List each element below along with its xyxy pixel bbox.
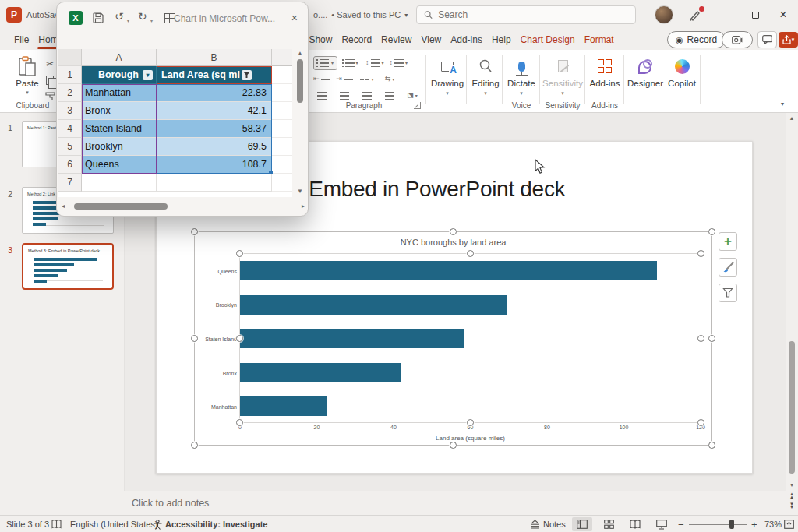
cell-a5[interactable]: Brooklyn — [82, 138, 157, 156]
selection-handle[interactable] — [697, 250, 704, 257]
powerpoint-logo-icon[interactable]: P — [6, 7, 22, 23]
text-direction-button[interactable]: ⇆▾ — [381, 72, 398, 86]
normal-view-button[interactable] — [572, 517, 592, 531]
chart-plot[interactable]: QueensBrooklynStaten IslandBronxManhatta… — [239, 253, 701, 423]
cell-b5[interactable]: 69.5 — [157, 138, 272, 156]
columns-button[interactable]: ▾ — [358, 72, 376, 86]
tab-record[interactable]: Record — [341, 34, 372, 45]
selection-handle[interactable] — [697, 419, 704, 426]
scroll-up-button[interactable]: ▲ — [787, 115, 796, 121]
tab-review[interactable]: Review — [381, 34, 411, 45]
filter-dropdown-icon[interactable]: ▾ — [143, 70, 153, 80]
slide-indicator[interactable]: Slide 3 of 3 — [6, 516, 49, 532]
editing-button[interactable]: Editing ▾ — [468, 56, 503, 97]
cell-a2[interactable]: Manhattan — [82, 84, 157, 102]
paragraph-dialog-launcher-icon[interactable] — [414, 102, 421, 109]
collapse-ribbon-chevron-icon[interactable]: ▾ — [781, 100, 784, 107]
proofing-icon[interactable] — [51, 516, 62, 532]
excel-chart-data-window[interactable]: X ↺ ▾ ↻ ▾ Chart in Microsoft Pow... × A … — [56, 2, 309, 217]
copilot-button[interactable]: Copilot — [665, 56, 699, 88]
excel-vertical-scrollbar[interactable]: ▲ ▼ — [292, 49, 308, 197]
cell-b1[interactable]: Land Area (sq mi — [157, 66, 272, 84]
copy-button[interactable] — [44, 74, 56, 86]
document-title[interactable]: o.... • Saved to this PC ▾ — [313, 10, 408, 19]
chart-frame-handle[interactable] — [708, 442, 715, 449]
cell-a3[interactable]: Bronx — [82, 102, 157, 120]
selection-handle[interactable] — [697, 335, 704, 342]
chart-frame-handle[interactable] — [708, 228, 715, 235]
row-number[interactable]: 1 — [58, 66, 82, 84]
cameo-camera-button[interactable] — [722, 31, 753, 48]
chevron-down-icon[interactable]: ▾ — [127, 18, 129, 23]
chart-elements-button[interactable]: + — [719, 232, 737, 251]
reading-view-button[interactable] — [625, 517, 645, 531]
cell-a6[interactable]: Queens — [82, 156, 157, 174]
language-status[interactable]: English (United States) — [70, 516, 158, 532]
selection-handle[interactable] — [236, 419, 243, 426]
presenter-pen-icon[interactable] — [689, 9, 703, 23]
align-left-button[interactable] — [313, 89, 330, 103]
bar[interactable] — [240, 396, 327, 416]
chart-frame-handle[interactable] — [450, 228, 457, 235]
restore-button[interactable] — [742, 0, 768, 30]
row-number[interactable]: 2 — [58, 84, 82, 102]
tab-add-ins[interactable]: Add-ins — [450, 34, 482, 45]
dictate-button[interactable]: Dictate ▾ — [503, 56, 539, 97]
drawing-button[interactable]: A Drawing ▾ — [427, 56, 468, 97]
search-input[interactable] — [438, 9, 628, 20]
justify-button[interactable] — [381, 89, 398, 103]
chart-title[interactable]: NYC boroughs by land area — [195, 238, 711, 247]
align-center-button[interactable] — [336, 89, 353, 103]
line-spacing-button[interactable]: ↕▾ — [365, 56, 384, 70]
previous-slide-button[interactable]: ▲▲ — [789, 492, 794, 499]
cell-b6[interactable]: 108.7 — [157, 156, 272, 174]
chart-filters-button[interactable] — [719, 284, 737, 302]
next-slide-button[interactable]: ▼▼ — [789, 502, 794, 509]
designer-button[interactable]: Designer — [626, 56, 665, 88]
slide-thumbnail-3[interactable]: Method 3: Embed in PowerPoint deck — [22, 243, 114, 290]
fit-slide-button[interactable] — [784, 516, 794, 532]
cell-empty[interactable] — [272, 66, 292, 84]
scrollbar-thumb[interactable] — [789, 341, 795, 474]
tab-view[interactable]: View — [421, 34, 441, 45]
share-button[interactable]: ▾ — [779, 32, 798, 48]
row-number[interactable]: 3 — [58, 102, 82, 120]
cell-empty[interactable] — [272, 120, 292, 138]
cell-b7[interactable] — [157, 174, 272, 192]
row-number[interactable]: 5 — [58, 138, 82, 156]
addins-button[interactable]: Add-ins — [586, 56, 623, 88]
cell-b4[interactable]: 58.37 — [157, 120, 272, 138]
cut-button[interactable]: ✂ — [44, 58, 56, 69]
scroll-up-button[interactable]: ▲ — [297, 50, 303, 57]
tab-file[interactable]: File — [14, 34, 29, 45]
comments-button[interactable] — [757, 31, 777, 48]
sort-button[interactable]: ↕▾ — [390, 56, 408, 70]
scroll-down-button[interactable]: ▼ — [297, 188, 303, 195]
chart-frame-handle[interactable] — [191, 228, 198, 235]
excel-sheet[interactable]: A B 1 Borough▾ Land Area (sq mi 2 Manhat… — [58, 49, 292, 197]
bullet-list-button[interactable]: ▾ — [313, 56, 337, 70]
cell-a4[interactable]: Staten Island — [82, 120, 157, 138]
search-box[interactable] — [416, 5, 636, 24]
row-number[interactable]: 4 — [58, 120, 82, 138]
chart-frame-handle[interactable] — [450, 442, 457, 449]
excel-horizontal-scrollbar[interactable]: ◂ ▸ — [60, 199, 306, 213]
record-button[interactable]: ◉ Record — [667, 31, 726, 48]
tab-help[interactable]: Help — [492, 34, 511, 45]
zoom-in-button[interactable]: + — [751, 516, 757, 532]
selection-handle[interactable] — [467, 419, 474, 426]
cell-a1[interactable]: Borough▾ — [82, 66, 157, 84]
undo-button[interactable]: ↺ — [115, 11, 124, 22]
cell-b3[interactable]: 42.1 — [157, 102, 272, 120]
chevron-down-icon[interactable]: ▾ — [150, 18, 153, 23]
scrollbar-thumb[interactable] — [297, 59, 303, 103]
bar[interactable] — [240, 295, 507, 315]
sensitivity-button[interactable]: Sensitivity ▾ — [541, 56, 584, 97]
autosave-label[interactable]: AutoSav — [26, 10, 59, 19]
chart-xaxis-title[interactable]: Land area (square miles) — [240, 435, 701, 442]
zoom-out-button[interactable]: − — [678, 516, 684, 532]
selection-handle[interactable] — [467, 250, 474, 257]
scroll-left-button[interactable]: ◂ — [62, 203, 65, 210]
slideshow-button[interactable] — [651, 517, 672, 531]
row-number[interactable]: 6 — [58, 156, 82, 174]
